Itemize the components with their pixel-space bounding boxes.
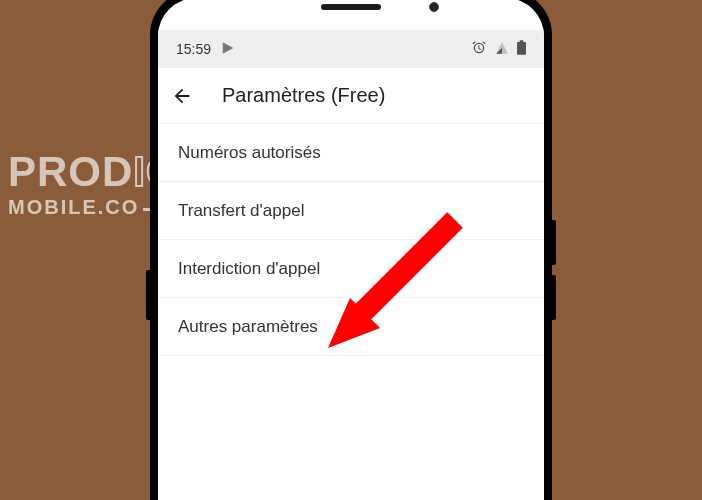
list-item-numeros-autorises[interactable]: Numéros autorisés bbox=[158, 124, 544, 182]
app-header: Paramètres (Free) bbox=[158, 68, 544, 124]
phone-side-button-right-1 bbox=[552, 220, 556, 265]
list-item-transfert-appel[interactable]: Transfert d'appel bbox=[158, 182, 544, 240]
phone-speaker bbox=[321, 4, 381, 10]
phone-side-button-right-2 bbox=[552, 275, 556, 320]
list-item-label: Numéros autorisés bbox=[178, 143, 321, 163]
list-item-label: Interdiction d'appel bbox=[178, 259, 320, 279]
alarm-icon bbox=[471, 40, 487, 59]
phone-notch bbox=[158, 0, 544, 30]
battery-icon bbox=[517, 40, 526, 58]
phone-side-button-left bbox=[146, 270, 150, 320]
status-bar: 15:59 bbox=[158, 30, 544, 68]
list-item-label: Autres paramètres bbox=[178, 317, 318, 337]
arrow-left-icon bbox=[171, 85, 193, 107]
phone-screen: 15:59 Paramètres (Free) bbox=[158, 0, 544, 500]
back-button[interactable] bbox=[170, 84, 194, 108]
list-item-autres-parametres[interactable]: Autres paramètres bbox=[158, 298, 544, 356]
list-item-interdiction-appel[interactable]: Interdiction d'appel bbox=[158, 240, 544, 298]
page-title: Paramètres (Free) bbox=[222, 84, 385, 107]
list-item-label: Transfert d'appel bbox=[178, 201, 304, 221]
signal-icon bbox=[495, 41, 509, 58]
watermark-text-1a: PROD bbox=[8, 148, 133, 196]
phone-frame: 15:59 Paramètres (Free) bbox=[150, 0, 552, 500]
settings-list: Numéros autorisés Transfert d'appel Inte… bbox=[158, 124, 544, 500]
phone-camera bbox=[429, 2, 439, 12]
play-store-icon bbox=[221, 41, 235, 58]
watermark-text-2: MOBILE.CO bbox=[8, 196, 139, 218]
status-time: 15:59 bbox=[176, 41, 211, 57]
